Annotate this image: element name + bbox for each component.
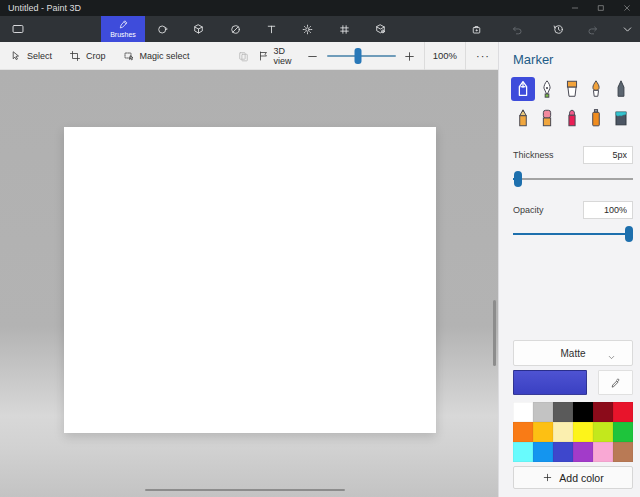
tab-brushes-label: Brushes [110, 31, 136, 39]
brush-tool-oil-brush[interactable] [560, 77, 584, 101]
thickness-label: Thickness [513, 150, 554, 160]
palette-swatch-c3e81c[interactable] [593, 422, 613, 442]
close-button[interactable] [614, 0, 640, 16]
palette-swatch-fdf41a[interactable] [573, 422, 593, 442]
grid-icon [338, 23, 351, 36]
brush-tool-calligraphy-pen[interactable] [535, 77, 559, 101]
select-label: Select [27, 51, 52, 61]
zoom-slider-thumb[interactable] [354, 48, 361, 64]
brush-tool-pencil[interactable] [511, 106, 535, 130]
maximize-button[interactable] [588, 0, 614, 16]
palette-swatch-000000[interactable] [573, 402, 593, 422]
thickness-slider[interactable] [513, 171, 633, 187]
eyedropper-icon [610, 377, 622, 389]
brush-tool-fill[interactable] [609, 106, 633, 130]
palette-swatch-1ec43c[interactable] [613, 422, 633, 442]
palette-swatch-f97b16[interactable] [513, 422, 533, 442]
drawing-canvas[interactable] [64, 127, 436, 433]
paste-icon [470, 23, 483, 36]
copy-button[interactable] [236, 50, 252, 63]
cube-icon [192, 23, 205, 36]
brush-icon [118, 19, 129, 30]
zoom-out-button[interactable] [305, 50, 321, 63]
brush-tool-spray-can[interactable] [584, 106, 608, 130]
more-options-button[interactable]: ··· [472, 50, 494, 62]
magic-select-button[interactable]: Magic select [123, 50, 190, 62]
palette-swatch-ffffff[interactable] [513, 402, 533, 422]
palette-swatch-68fbfd[interactable] [513, 442, 533, 462]
brush-tool-eraser[interactable] [535, 106, 559, 130]
palette-swatch-fdc013[interactable] [533, 422, 553, 442]
crop-icon [69, 50, 81, 62]
brush-tool-crayon[interactable] [560, 106, 584, 130]
eyedropper-button[interactable] [598, 370, 633, 395]
workspace [0, 70, 498, 497]
maximize-icon [597, 4, 605, 12]
pixel-pen-icon [611, 79, 631, 99]
palette-swatch-8b0b1a[interactable] [593, 402, 613, 422]
history-button[interactable] [546, 16, 570, 42]
zoom-in-button[interactable] [402, 50, 418, 63]
tab-effects[interactable] [295, 16, 319, 42]
minimize-button[interactable] [562, 0, 588, 16]
redo-button[interactable] [580, 16, 604, 42]
thickness-slider-thumb[interactable] [514, 171, 522, 187]
palette-swatch-f9a8d4[interactable] [593, 442, 613, 462]
paint3d-window: Untitled - Paint 3D Brushes SelectCropMa… [0, 0, 640, 497]
crop-label: Crop [86, 51, 106, 61]
brush-tool-pixel-pen[interactable] [609, 77, 633, 101]
current-color-swatch[interactable] [513, 370, 587, 395]
palette-swatch-b97a55[interactable] [613, 442, 633, 462]
3d-view-toggle[interactable]: 3D view [258, 46, 300, 66]
tab-brushes[interactable]: Brushes [101, 16, 145, 42]
sun-icon [301, 23, 314, 36]
zoom-level-value[interactable]: 100% [424, 42, 466, 70]
opacity-slider[interactable] [513, 226, 633, 242]
minimize-icon [571, 4, 579, 12]
menu-button[interactable] [6, 16, 30, 42]
tab-text[interactable] [259, 16, 283, 42]
tab-canvas[interactable] [332, 16, 356, 42]
history-icon [552, 23, 565, 36]
opacity-slider-thumb[interactable] [625, 226, 633, 242]
tab-stickers[interactable] [223, 16, 247, 42]
crop-button[interactable]: Crop [69, 50, 106, 62]
expand-button[interactable] [615, 16, 639, 42]
palette-swatch-fbefaf[interactable] [553, 422, 573, 442]
tab-3d-library[interactable] [368, 16, 392, 42]
palette-swatch-5a5a5a[interactable] [553, 402, 573, 422]
opacity-label: Opacity [513, 205, 544, 215]
pencil-icon [513, 108, 533, 128]
fill-icon [611, 108, 631, 128]
tab-3d-shapes[interactable] [186, 16, 210, 42]
palette-swatch-e8142b[interactable] [613, 402, 633, 422]
brush-tool-watercolor[interactable] [584, 77, 608, 101]
palette-swatch-3e47cc[interactable] [553, 442, 573, 462]
undo-button[interactable] [505, 16, 529, 42]
tab-2d-shapes[interactable] [150, 16, 174, 42]
eraser-icon [537, 108, 557, 128]
paste-button[interactable] [464, 16, 488, 42]
palette-swatch-a23bc9[interactable] [573, 442, 593, 462]
panel-title: Marker [513, 52, 640, 67]
watercolor-icon [586, 79, 606, 99]
palette-swatch-c3c3c3[interactable] [533, 402, 553, 422]
cursor-icon [10, 50, 22, 62]
text-icon [265, 23, 278, 36]
add-color-button[interactable]: Add color [513, 466, 633, 489]
vertical-scrollbar[interactable] [493, 300, 496, 366]
magic-select-label: Magic select [140, 51, 190, 61]
palette-swatch-1495ef[interactable] [533, 442, 553, 462]
horizontal-scrollbar[interactable] [145, 489, 345, 491]
zoom-slider[interactable] [327, 48, 396, 64]
shape-2d-icon [156, 23, 169, 36]
opacity-input[interactable] [583, 201, 633, 219]
thickness-input[interactable] [583, 146, 633, 164]
window-controls [562, 0, 640, 16]
plus-icon [542, 472, 553, 483]
material-dropdown[interactable]: Matte [513, 340, 633, 366]
thickness-slider-track[interactable] [513, 178, 633, 180]
select-button[interactable]: Select [10, 50, 52, 62]
brush-tool-marker[interactable] [511, 77, 535, 101]
chevron-down-icon [621, 23, 634, 36]
